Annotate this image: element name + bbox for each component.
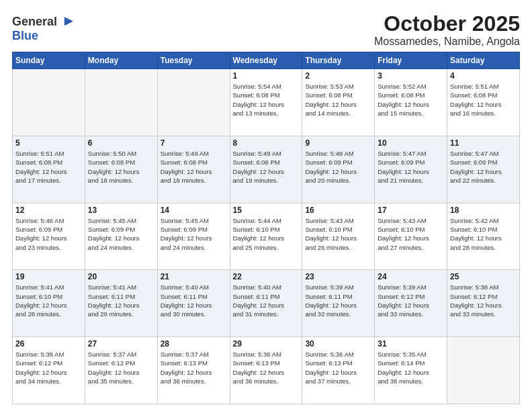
day-info: Sunrise: 5:52 AM Sunset: 6:08 PM Dayligh… xyxy=(378,82,444,118)
day-info: Sunrise: 5:36 AM Sunset: 6:13 PM Dayligh… xyxy=(233,350,300,385)
table-row: 26Sunrise: 5:38 AM Sunset: 6:12 PM Dayli… xyxy=(13,337,85,404)
table-row: 14Sunrise: 5:45 AM Sunset: 6:09 PM Dayli… xyxy=(157,203,230,270)
table-row: 10Sunrise: 5:47 AM Sunset: 6:09 PM Dayli… xyxy=(375,136,447,203)
day-info: Sunrise: 5:45 AM Sunset: 6:09 PM Dayligh… xyxy=(88,216,154,252)
calendar-week-row: 19Sunrise: 5:41 AM Sunset: 6:10 PM Dayli… xyxy=(13,270,520,337)
table-row: 23Sunrise: 5:39 AM Sunset: 6:11 PM Dayli… xyxy=(302,270,375,337)
table-row: 27Sunrise: 5:37 AM Sunset: 6:12 PM Dayli… xyxy=(85,337,157,404)
day-number: 18 xyxy=(450,205,517,215)
day-number: 31 xyxy=(378,339,444,349)
table-row xyxy=(157,69,230,136)
logo-general-text: General xyxy=(12,15,57,28)
table-row: 19Sunrise: 5:41 AM Sunset: 6:10 PM Dayli… xyxy=(13,270,85,337)
day-info: Sunrise: 5:46 AM Sunset: 6:09 PM Dayligh… xyxy=(15,216,82,252)
title-block: October 2025 Mossamedes, Namibe, Angola xyxy=(374,12,520,48)
table-row: 22Sunrise: 5:40 AM Sunset: 6:11 PM Dayli… xyxy=(230,270,302,337)
table-row: 30Sunrise: 5:36 AM Sunset: 6:13 PM Dayli… xyxy=(302,337,375,404)
day-number: 23 xyxy=(305,272,371,281)
header: General ► Blue October 2025 Mossamedes, … xyxy=(12,12,520,48)
table-row: 4Sunrise: 5:51 AM Sunset: 6:08 PM Daylig… xyxy=(447,69,520,136)
day-number: 28 xyxy=(161,339,227,349)
header-monday: Monday xyxy=(85,52,157,69)
day-info: Sunrise: 5:51 AM Sunset: 6:08 PM Dayligh… xyxy=(15,149,82,185)
table-row: 28Sunrise: 5:37 AM Sunset: 6:13 PM Dayli… xyxy=(157,337,230,404)
day-info: Sunrise: 5:38 AM Sunset: 6:12 PM Dayligh… xyxy=(450,283,517,318)
day-info: Sunrise: 5:53 AM Sunset: 6:08 PM Dayligh… xyxy=(305,82,371,118)
table-row: 18Sunrise: 5:42 AM Sunset: 6:10 PM Dayli… xyxy=(447,203,520,270)
table-row: 2Sunrise: 5:53 AM Sunset: 6:08 PM Daylig… xyxy=(302,69,375,136)
day-info: Sunrise: 5:49 AM Sunset: 6:08 PM Dayligh… xyxy=(161,149,227,185)
day-number: 22 xyxy=(233,272,300,281)
day-number: 6 xyxy=(88,138,154,148)
day-info: Sunrise: 5:44 AM Sunset: 6:10 PM Dayligh… xyxy=(233,216,300,252)
table-row: 5Sunrise: 5:51 AM Sunset: 6:08 PM Daylig… xyxy=(13,136,85,203)
table-row: 20Sunrise: 5:41 AM Sunset: 6:11 PM Dayli… xyxy=(85,270,157,337)
day-info: Sunrise: 5:43 AM Sunset: 6:10 PM Dayligh… xyxy=(378,216,444,252)
page: General ► Blue October 2025 Mossamedes, … xyxy=(0,0,532,411)
day-info: Sunrise: 5:41 AM Sunset: 6:10 PM Dayligh… xyxy=(15,283,82,318)
table-row: 6Sunrise: 5:50 AM Sunset: 6:08 PM Daylig… xyxy=(85,136,157,203)
header-friday: Friday xyxy=(375,52,447,69)
day-info: Sunrise: 5:40 AM Sunset: 6:11 PM Dayligh… xyxy=(233,283,300,318)
table-row: 21Sunrise: 5:40 AM Sunset: 6:11 PM Dayli… xyxy=(157,270,230,337)
day-info: Sunrise: 5:47 AM Sunset: 6:09 PM Dayligh… xyxy=(378,149,444,185)
logo-arrow-icon: ► xyxy=(62,12,77,29)
header-wednesday: Wednesday xyxy=(230,52,302,69)
table-row xyxy=(447,337,520,404)
month-title: October 2025 xyxy=(374,12,520,36)
day-number: 4 xyxy=(450,71,517,81)
day-info: Sunrise: 5:54 AM Sunset: 6:08 PM Dayligh… xyxy=(233,82,300,118)
day-info: Sunrise: 5:36 AM Sunset: 6:13 PM Dayligh… xyxy=(305,350,371,385)
day-info: Sunrise: 5:45 AM Sunset: 6:09 PM Dayligh… xyxy=(161,216,227,252)
table-row: 16Sunrise: 5:43 AM Sunset: 6:10 PM Dayli… xyxy=(302,203,375,270)
day-info: Sunrise: 5:51 AM Sunset: 6:08 PM Dayligh… xyxy=(450,82,517,118)
day-info: Sunrise: 5:42 AM Sunset: 6:10 PM Dayligh… xyxy=(450,216,517,252)
day-number: 14 xyxy=(161,205,227,215)
table-row: 15Sunrise: 5:44 AM Sunset: 6:10 PM Dayli… xyxy=(230,203,302,270)
header-thursday: Thursday xyxy=(302,52,375,69)
calendar-week-row: 5Sunrise: 5:51 AM Sunset: 6:08 PM Daylig… xyxy=(13,136,520,203)
location-title: Mossamedes, Namibe, Angola xyxy=(374,36,520,48)
day-number: 19 xyxy=(15,272,82,281)
table-row: 8Sunrise: 5:49 AM Sunset: 6:08 PM Daylig… xyxy=(230,136,302,203)
table-row: 17Sunrise: 5:43 AM Sunset: 6:10 PM Dayli… xyxy=(375,203,447,270)
day-info: Sunrise: 5:41 AM Sunset: 6:11 PM Dayligh… xyxy=(88,283,154,318)
day-number: 3 xyxy=(378,71,444,81)
table-row xyxy=(13,69,85,136)
day-number: 8 xyxy=(233,138,300,148)
day-info: Sunrise: 5:43 AM Sunset: 6:10 PM Dayligh… xyxy=(305,216,371,252)
table-row: 1Sunrise: 5:54 AM Sunset: 6:08 PM Daylig… xyxy=(230,69,302,136)
day-info: Sunrise: 5:47 AM Sunset: 6:09 PM Dayligh… xyxy=(450,149,517,185)
table-row: 25Sunrise: 5:38 AM Sunset: 6:12 PM Dayli… xyxy=(447,270,520,337)
table-row xyxy=(85,69,157,136)
day-number: 25 xyxy=(450,272,517,281)
day-number: 2 xyxy=(305,71,371,81)
table-row: 3Sunrise: 5:52 AM Sunset: 6:08 PM Daylig… xyxy=(375,69,447,136)
day-info: Sunrise: 5:50 AM Sunset: 6:08 PM Dayligh… xyxy=(88,149,154,185)
day-number: 30 xyxy=(305,339,371,349)
logo-blue-text: Blue xyxy=(12,30,38,42)
day-info: Sunrise: 5:39 AM Sunset: 6:11 PM Dayligh… xyxy=(305,283,371,318)
day-number: 5 xyxy=(15,138,82,148)
day-number: 26 xyxy=(15,339,82,349)
day-number: 20 xyxy=(88,272,154,281)
day-number: 10 xyxy=(378,138,444,148)
logo: General ► Blue xyxy=(12,12,76,42)
table-row: 13Sunrise: 5:45 AM Sunset: 6:09 PM Dayli… xyxy=(85,203,157,270)
day-number: 1 xyxy=(233,71,300,81)
table-row: 12Sunrise: 5:46 AM Sunset: 6:09 PM Dayli… xyxy=(13,203,85,270)
day-number: 15 xyxy=(233,205,300,215)
day-number: 12 xyxy=(15,205,82,215)
day-number: 21 xyxy=(161,272,227,281)
day-number: 27 xyxy=(88,339,154,349)
table-row: 7Sunrise: 5:49 AM Sunset: 6:08 PM Daylig… xyxy=(157,136,230,203)
header-saturday: Saturday xyxy=(447,52,520,69)
day-number: 7 xyxy=(161,138,227,148)
day-number: 24 xyxy=(378,272,444,281)
day-info: Sunrise: 5:48 AM Sunset: 6:09 PM Dayligh… xyxy=(305,149,371,185)
calendar-table: Sunday Monday Tuesday Wednesday Thursday… xyxy=(12,52,520,404)
calendar-week-row: 1Sunrise: 5:54 AM Sunset: 6:08 PM Daylig… xyxy=(13,69,520,136)
day-number: 29 xyxy=(233,339,300,349)
day-number: 11 xyxy=(450,138,517,148)
day-info: Sunrise: 5:40 AM Sunset: 6:11 PM Dayligh… xyxy=(161,283,227,318)
